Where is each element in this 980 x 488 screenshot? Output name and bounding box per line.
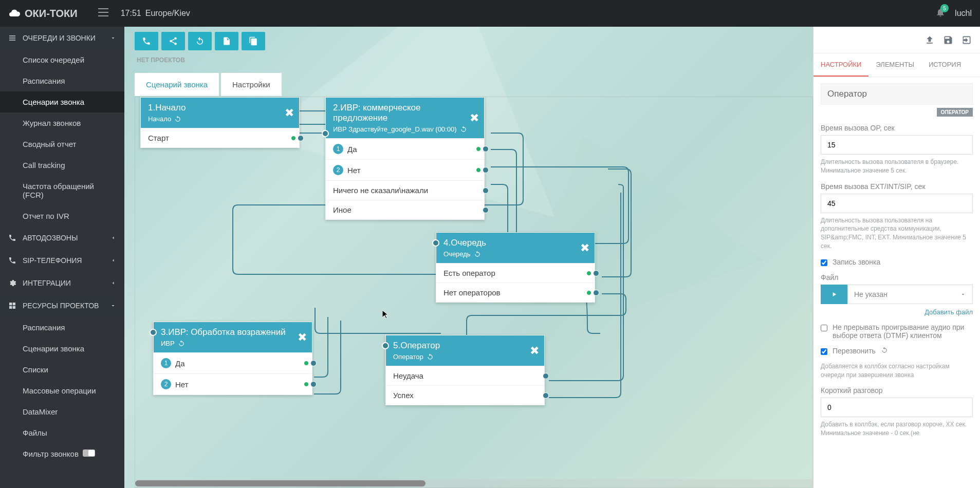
nav-item-fcr[interactable]: Частота обращений (FCR) xyxy=(0,176,124,205)
node-row[interactable]: 1Да xyxy=(326,138,484,159)
node-row[interactable]: 2Нет xyxy=(154,373,312,395)
tool-undo[interactable] xyxy=(188,32,212,50)
nav-section-autodial[interactable]: АВТОДОЗВОНЫ xyxy=(0,227,124,249)
node-row[interactable]: Успех xyxy=(386,385,544,405)
upload-icon[interactable] xyxy=(924,35,935,45)
scrollbar-thumb[interactable] xyxy=(135,480,426,486)
nav-section-queues[interactable]: ОЧЕРЕДИ И ЗВОНКИ xyxy=(0,27,124,49)
menu-toggle[interactable] xyxy=(98,8,108,18)
nav-section-label: РЕСУРСЫ ПРОЕКТОВ xyxy=(23,302,99,310)
canvas-area[interactable]: НЕТ ПРОЕКТОВ Сценарий звонка Настройки xyxy=(124,27,813,488)
short-talk-input[interactable] xyxy=(821,398,973,417)
nav-section-label: SIP-ТЕЛЕФОНИЯ xyxy=(23,256,82,265)
op-timeout-input[interactable] xyxy=(821,135,973,155)
panel-tab-elements[interactable]: ЭЛЕМЕНТЫ xyxy=(868,53,921,77)
dtmf-checkbox[interactable] xyxy=(821,325,827,331)
tab-settings[interactable]: Настройки xyxy=(221,73,282,96)
filter-toggle[interactable] xyxy=(83,449,95,457)
nav-section-integrations[interactable]: ИНТЕГРАЦИИ xyxy=(0,272,124,294)
tool-share[interactable] xyxy=(161,32,185,50)
record-checkbox[interactable] xyxy=(821,259,827,266)
notification-count: 5 xyxy=(940,4,949,12)
panel-title: Оператор xyxy=(821,83,973,105)
nav-item-res-scenarios[interactable]: Сценарии звонка xyxy=(0,338,124,359)
tab-scenario[interactable]: Сценарий звонка xyxy=(135,73,219,96)
row-label: Нет xyxy=(347,166,361,175)
play-icon xyxy=(830,291,838,298)
node-row[interactable]: Иное xyxy=(326,200,484,219)
chevron-left-icon xyxy=(110,280,116,286)
refresh-icon xyxy=(427,353,434,361)
tool-file[interactable] xyxy=(215,32,238,50)
refresh-icon[interactable] xyxy=(881,347,888,354)
close-icon[interactable]: ✖ xyxy=(580,241,589,255)
node-row[interactable]: Старт xyxy=(141,128,299,147)
panel-tab-settings[interactable]: НАСТРОЙКИ xyxy=(813,53,868,77)
exit-icon[interactable] xyxy=(961,35,972,45)
tool-call[interactable] xyxy=(135,32,158,50)
tool-copy[interactable] xyxy=(242,32,265,50)
node-row[interactable]: Ничего не сказали\нажали xyxy=(326,180,484,200)
nav-item-res-filter[interactable]: Фильтр звонков xyxy=(0,443,124,464)
node-row[interactable]: 1Да xyxy=(154,352,312,373)
nav-section-resources[interactable]: РЕСУРСЫ ПРОЕКТОВ xyxy=(0,294,124,317)
callback-checkbox[interactable] xyxy=(821,348,827,355)
canvas-toolbar xyxy=(135,32,265,50)
save-icon[interactable] xyxy=(943,35,953,45)
close-icon[interactable]: ✖ xyxy=(285,106,294,120)
cloud-icon xyxy=(8,7,21,20)
dtmf-checkbox-row[interactable]: Не прерывать проигрывание аудио при выбо… xyxy=(821,323,973,340)
chevron-down-icon xyxy=(110,35,116,41)
node-row[interactable]: Есть оператор xyxy=(436,263,595,283)
nav-item-ivr-report[interactable]: Отчет по IVR xyxy=(0,205,124,227)
row-label: Ничего не сказали\нажали xyxy=(333,186,428,195)
add-file-link[interactable]: Добавить файл xyxy=(821,308,973,316)
nav-section-sip[interactable]: SIP-ТЕЛЕФОНИЯ xyxy=(0,249,124,272)
node-ivr-offer[interactable]: 2.ИВР: коммерческое предложениеИВР Здрас… xyxy=(325,97,485,220)
nav-item-call-log[interactable]: Журнал звонков xyxy=(0,112,124,134)
nav-item-res-massops[interactable]: Массовые операции xyxy=(0,380,124,401)
close-icon[interactable]: ✖ xyxy=(530,344,539,358)
node-row[interactable]: Неудача xyxy=(386,366,544,385)
node-start[interactable]: 1.НачалоНачало✖ Старт xyxy=(140,97,300,148)
user-name[interactable]: luchl xyxy=(955,9,972,18)
close-icon[interactable]: ✖ xyxy=(298,331,307,344)
node-row[interactable]: 2Нет xyxy=(326,159,484,180)
record-checkbox-row[interactable]: Запись звонка xyxy=(821,258,973,266)
nav-item-summary-report[interactable]: Сводный отчет xyxy=(0,134,124,155)
notifications-button[interactable]: 5 xyxy=(935,7,946,20)
sidebar: ОЧЕРЕДИ И ЗВОНКИ Список очередей Расписа… xyxy=(0,27,124,488)
nav-item-schedules[interactable]: Расписания xyxy=(0,70,124,91)
panel-tab-history[interactable]: ИСТОРИЯ xyxy=(921,53,968,77)
nav-item-res-schedules[interactable]: Расписания xyxy=(0,317,124,338)
horizontal-scrollbar[interactable] xyxy=(135,479,812,487)
callback-checkbox-row[interactable]: Перезвонить xyxy=(821,347,973,355)
brand-logo[interactable]: ОКИ-ТОКИ xyxy=(8,7,78,20)
refresh-icon xyxy=(178,340,185,347)
chevron-down-icon xyxy=(110,303,116,309)
nav-item-res-datamixer[interactable]: DataMixer xyxy=(0,401,124,422)
node-ivr-objections[interactable]: 3.ИВР: Обработка возраженийИВР✖ 1Да 2Нет xyxy=(153,322,312,395)
chevron-left-icon xyxy=(110,257,116,264)
nav-item-res-lists[interactable]: Списки xyxy=(0,359,124,380)
row-label: Есть оператор xyxy=(443,269,495,277)
node-subtitle: ИВР xyxy=(161,340,175,347)
file-select[interactable]: Не указан xyxy=(847,285,973,304)
close-icon[interactable]: ✖ xyxy=(470,111,479,125)
nav-section-label: ИНТЕГРАЦИИ xyxy=(23,279,71,287)
play-button[interactable] xyxy=(821,285,847,304)
nav-item-queue-list[interactable]: Список очередей xyxy=(0,49,124,70)
nav-item-call-tracking[interactable]: Call tracking xyxy=(0,155,124,176)
ext-timeout-input[interactable] xyxy=(821,194,973,213)
refresh-icon xyxy=(174,116,181,123)
node-row[interactable]: Нет операторов xyxy=(436,283,595,302)
checkbox-label: Запись звонка xyxy=(833,258,880,266)
node-queue[interactable]: 4.ОчередьОчередь✖ Есть оператор Нет опер… xyxy=(436,232,595,303)
nav-item-res-files[interactable]: Файлы xyxy=(0,422,124,443)
field-help: Длительность вызова пользователя на допо… xyxy=(821,216,973,251)
nav-item-call-scenarios[interactable]: Сценарии звонка xyxy=(0,91,124,112)
flow-canvas[interactable]: 1.НачалоНачало✖ Старт 2.ИВР: коммерческо… xyxy=(135,97,813,488)
node-title: 2.ИВР: коммерческое предложение xyxy=(333,103,477,123)
node-operator[interactable]: 5.ОператорОператор✖ Неудача Успех xyxy=(385,335,545,405)
row-label: Нет xyxy=(175,380,189,389)
